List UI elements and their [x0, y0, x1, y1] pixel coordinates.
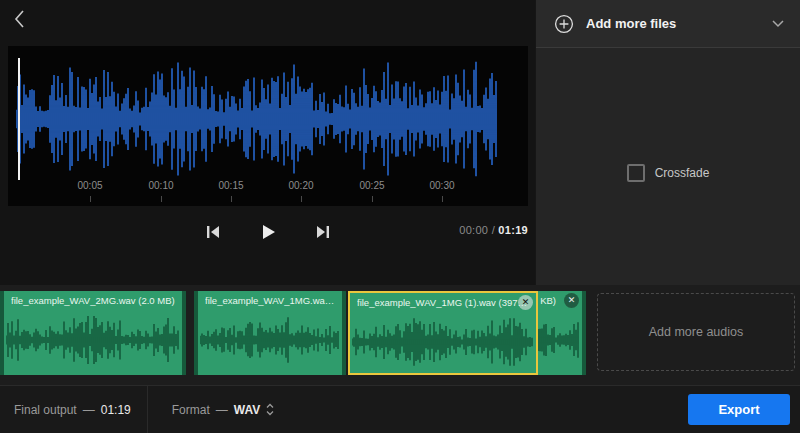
clip-label: file_example_WAV_2MG.wav (2.0 MB) [11, 295, 175, 306]
audio-merger-app: 00:05 00:10 00:15 00:20 00:25 00:30 [0, 0, 800, 433]
timeline: file_example_WAV_2MG.wav (2.0 MB) file_e… [0, 285, 800, 385]
ruler-tick [301, 196, 302, 202]
dash: — [83, 403, 95, 417]
ruler-tick [90, 196, 91, 202]
chevron-left-icon [14, 10, 25, 28]
crossfade-label: Crossfade [655, 166, 710, 180]
chevron-down-icon [772, 20, 784, 28]
play-button[interactable] [255, 219, 281, 245]
export-button[interactable]: Export [688, 394, 790, 425]
close-clip-icon[interactable]: ✕ [518, 295, 533, 310]
files-sidebar: Add more files Crossfade [535, 0, 800, 285]
clip-waveform [200, 313, 340, 367]
time-label: 00:10 [148, 180, 173, 191]
footer-divider [147, 386, 148, 433]
format-label: Format [172, 403, 210, 417]
next-track-button[interactable] [311, 220, 335, 244]
clip-label: file_example_WAV_1MG (1).wav (397.0 KB) [357, 297, 529, 308]
dash: — [216, 403, 228, 417]
final-output-value: 01:19 [101, 403, 131, 417]
previous-track-button[interactable] [201, 220, 225, 244]
add-more-audios-label: Add more audios [649, 325, 744, 339]
audio-clip-1[interactable]: file_example_WAV_2MG.wav (2.0 MB) [0, 291, 186, 375]
add-more-files-label: Add more files [586, 16, 676, 31]
total-time: 01:19 [498, 224, 528, 236]
current-time: 00:00 [459, 224, 488, 236]
close-clip-icon[interactable]: ✕ [564, 293, 579, 308]
clip-waveform [6, 313, 180, 367]
format-stepper-icon [266, 403, 274, 416]
format-value: WAV [234, 403, 260, 417]
clip-label: file_example_WAV_1MG.wav (1.0 MB) [205, 295, 335, 306]
audio-clip-2[interactable]: file_example_WAV_1MG.wav (1.0 MB) [194, 291, 346, 375]
previous-track-icon [205, 224, 221, 240]
time-label: 00:25 [359, 180, 384, 191]
ruler-tick [231, 196, 232, 202]
time-label: 00:15 [218, 180, 243, 191]
next-track-icon [315, 224, 331, 240]
play-icon [259, 223, 277, 241]
plus-circle-icon [554, 14, 574, 34]
format-select[interactable]: Format — WAV [166, 402, 280, 418]
footer-bar: Final output — 01:19 Format — WAV Export [0, 385, 800, 433]
time-display: 00:00 / 01:19 [459, 224, 528, 236]
ruler-tick [161, 196, 162, 202]
ruler-tick [372, 196, 373, 202]
back-button[interactable] [8, 4, 31, 37]
clip-waveform [352, 315, 534, 369]
add-more-files-button[interactable]: Add more files [536, 0, 800, 48]
audio-clip-3-selected[interactable]: file_example_WAV_1MG (1).wav (397.0 KB) … [348, 291, 538, 375]
time-label: 00:30 [429, 180, 454, 191]
final-output: Final output — 01:19 [14, 403, 131, 417]
time-label: 00:05 [77, 180, 102, 191]
collapse-panel-button[interactable] [762, 0, 794, 47]
time-label: 00:20 [288, 180, 313, 191]
ruler-tick [442, 196, 443, 202]
transport-controls [8, 212, 528, 252]
editor-pane: 00:05 00:10 00:15 00:20 00:25 00:30 [0, 0, 535, 285]
playhead[interactable] [18, 58, 20, 180]
add-more-audios-button[interactable]: Add more audios [597, 293, 795, 371]
crossfade-checkbox[interactable] [627, 164, 645, 182]
waveform-panel[interactable]: 00:05 00:10 00:15 00:20 00:25 00:30 [8, 46, 528, 206]
final-output-label: Final output [14, 403, 77, 417]
main-waveform [16, 58, 498, 180]
time-separator: / [492, 224, 495, 236]
crossfade-option[interactable]: Crossfade [536, 164, 800, 182]
